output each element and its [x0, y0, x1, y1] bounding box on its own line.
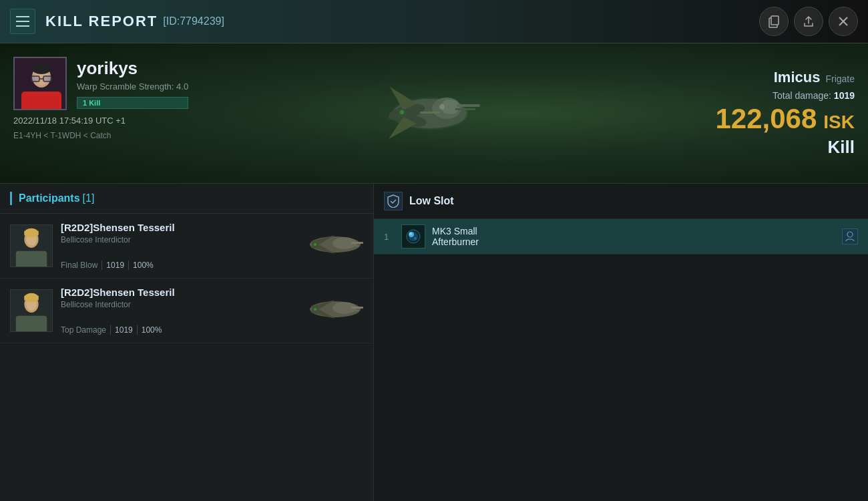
- svg-rect-45: [24, 296, 38, 301]
- copy-button[interactable]: [759, 7, 789, 36]
- svg-point-39: [314, 243, 316, 246]
- header-bar-accent: [10, 192, 12, 205]
- svg-point-58: [414, 237, 417, 240]
- participant-card[interactable]: [R2D2]Shensen Tesseril Bellicose Interdi…: [0, 279, 373, 343]
- participant-avatar: [10, 289, 53, 332]
- isk-value: 122,068: [715, 105, 817, 133]
- damage-percent: 100%: [133, 261, 154, 270]
- close-button[interactable]: [829, 7, 858, 36]
- damage-number: 1019: [106, 261, 124, 270]
- player-name: yorikys: [77, 58, 188, 79]
- svg-rect-51: [350, 310, 359, 311]
- svg-rect-21: [455, 108, 475, 110]
- svg-rect-8: [31, 76, 39, 81]
- hero-section: yorikys Warp Scramble Strength: 4.0 1 Ki…: [0, 43, 868, 184]
- svg-rect-6: [21, 92, 61, 110]
- menu-button[interactable]: [10, 9, 35, 34]
- result-label: Kill: [828, 137, 855, 158]
- ship-image: [330, 50, 517, 177]
- item-number: 1: [384, 232, 395, 242]
- svg-rect-31: [24, 231, 38, 236]
- participants-panel: Participants [1] [R2D2]Shensen Tesseril …: [0, 184, 374, 501]
- participants-header: Participants [1]: [0, 184, 373, 214]
- svg-rect-42: [16, 316, 47, 332]
- isk-label: ISK: [823, 112, 855, 133]
- svg-rect-37: [350, 245, 359, 246]
- damage-percent: 100%: [142, 325, 162, 335]
- svg-rect-20: [457, 104, 480, 107]
- page-title: KILL REPORT: [45, 13, 158, 30]
- equipment-title: Low Slot: [409, 195, 454, 207]
- equipment-header: Low Slot: [374, 184, 868, 219]
- total-damage-line: Total damage: 1019: [773, 90, 855, 101]
- participants-title: Participants: [19, 192, 80, 204]
- blow-type: Top Damage: [61, 325, 106, 335]
- kill-date: 2022/11/18 17:54:19 UTC +1: [13, 116, 188, 126]
- participant-avatar: [10, 224, 53, 267]
- svg-point-59: [847, 232, 853, 237]
- main-content: Participants [1] [R2D2]Shensen Tesseril …: [0, 184, 868, 501]
- kill-id: [ID:7794239]: [163, 15, 224, 27]
- shield-icon: [384, 192, 403, 210]
- kill-location: E1-4YH < T-1WDH < Catch: [13, 131, 188, 140]
- total-damage-value: 1019: [834, 90, 855, 101]
- svg-rect-28: [16, 251, 47, 267]
- damage-number: 1019: [115, 325, 133, 335]
- share-button[interactable]: [794, 7, 823, 36]
- equipped-user-icon: [842, 228, 858, 244]
- svg-rect-36: [351, 242, 363, 244]
- ship-name: Imicus: [774, 69, 821, 86]
- svg-rect-50: [351, 307, 363, 309]
- warp-scramble: Warp Scramble Strength: 4.0: [77, 81, 188, 92]
- item-icon: [401, 224, 425, 248]
- ship-type: Frigate: [825, 73, 855, 84]
- svg-point-25: [400, 110, 404, 114]
- svg-rect-23: [420, 112, 440, 114]
- hero-name-section: yorikys Warp Scramble Strength: 4.0 1 Ki…: [77, 58, 188, 109]
- separator: [128, 261, 129, 270]
- equipment-panel: Low Slot 1 MK3 Small Afterburner: [374, 184, 868, 501]
- svg-rect-12: [32, 66, 51, 71]
- separator: [101, 261, 102, 270]
- participant-card[interactable]: [R2D2]Shensen Tesseril Bellicose Interdi…: [0, 214, 373, 279]
- item-name: MK3 Small Afterburner: [432, 226, 835, 247]
- kill-badge: 1 Kill: [77, 97, 188, 109]
- svg-point-53: [314, 308, 316, 311]
- separator: [110, 325, 111, 335]
- svg-point-57: [409, 232, 412, 235]
- hero-right: Imicus Frigate Total damage: 1019 122,06…: [715, 43, 855, 183]
- avatar: [13, 57, 67, 110]
- separator: [137, 325, 138, 335]
- header: KILL REPORT [ID:7794239]: [0, 0, 868, 43]
- svg-point-22: [439, 104, 445, 110]
- participants-count: [1]: [83, 192, 95, 204]
- equipment-item[interactable]: 1 MK3 Small Afterburner: [374, 219, 868, 255]
- header-actions: [759, 7, 858, 36]
- hero-top-row: yorikys Warp Scramble Strength: 4.0 1 Ki…: [13, 57, 188, 110]
- svg-rect-1: [771, 16, 779, 25]
- svg-rect-9: [43, 76, 51, 81]
- blow-type: Final Blow: [61, 261, 97, 270]
- hero-left: yorikys Warp Scramble Strength: 4.0 1 Ki…: [0, 43, 202, 183]
